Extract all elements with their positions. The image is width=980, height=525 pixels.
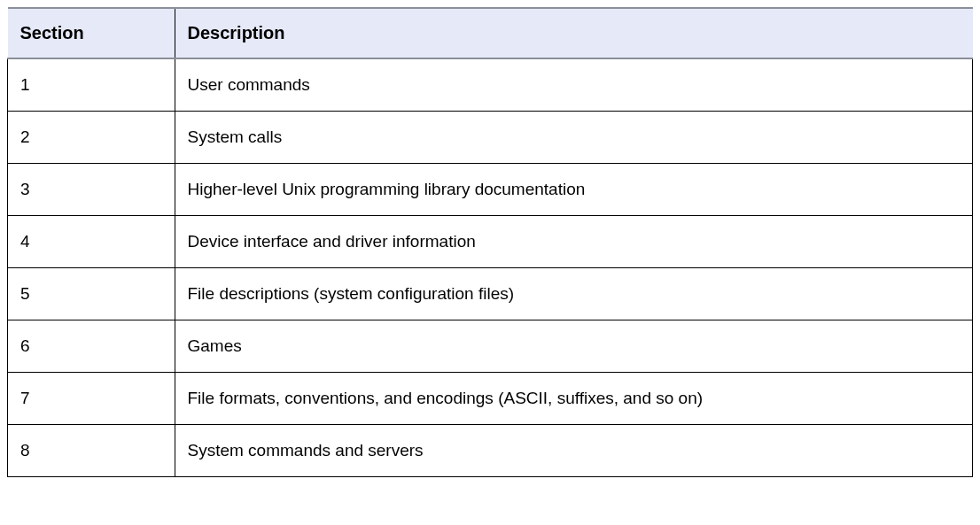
table-row: 3 Higher-level Unix programming library … [8, 164, 973, 216]
cell-section: 1 [8, 58, 175, 112]
table-row: 6 Games [8, 320, 973, 373]
cell-section: 8 [8, 425, 175, 477]
cell-section: 4 [8, 216, 175, 268]
cell-description: File descriptions (system configuration … [175, 268, 973, 320]
cell-section: 3 [8, 164, 175, 216]
table-row: 8 System commands and servers [8, 425, 973, 477]
cell-section: 7 [8, 373, 175, 425]
cell-description: Device interface and driver information [175, 216, 973, 268]
cell-description: System commands and servers [175, 425, 973, 477]
cell-section: 2 [8, 112, 175, 164]
cell-section: 6 [8, 320, 175, 373]
cell-description: File formats, conventions, and encodings… [175, 373, 973, 425]
cell-description: User commands [175, 58, 973, 112]
table-row: 5 File descriptions (system configuratio… [8, 268, 973, 320]
header-description: Description [175, 8, 973, 58]
man-sections-table: Section Description 1 User commands 2 Sy… [7, 7, 973, 477]
table-header-row: Section Description [8, 8, 973, 58]
cell-description: Games [175, 320, 973, 373]
table-row: 7 File formats, conventions, and encodin… [8, 373, 973, 425]
man-sections-table-container: Section Description 1 User commands 2 Sy… [0, 0, 980, 484]
table-row: 1 User commands [8, 58, 973, 112]
cell-section: 5 [8, 268, 175, 320]
cell-description: Higher-level Unix programming library do… [175, 164, 973, 216]
cell-description: System calls [175, 112, 973, 164]
table-row: 4 Device interface and driver informatio… [8, 216, 973, 268]
table-row: 2 System calls [8, 112, 973, 164]
header-section: Section [8, 8, 175, 58]
